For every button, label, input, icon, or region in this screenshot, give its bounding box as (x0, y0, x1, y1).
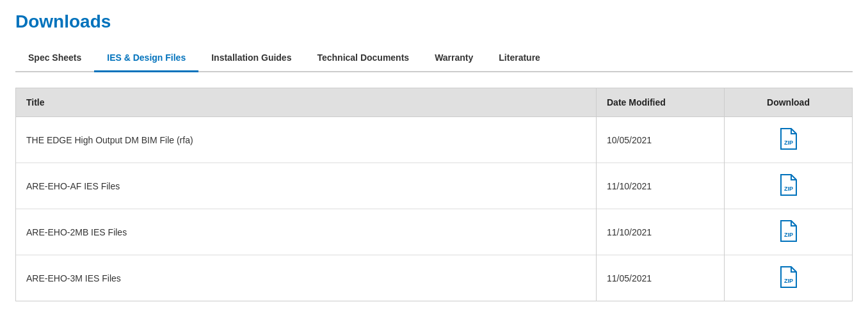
tab-installation-guides[interactable]: Installation Guides (198, 45, 304, 72)
cell-download-2[interactable]: ZIP (725, 209, 853, 255)
table-section: TitleDate ModifiedDownload THE EDGE High… (15, 88, 853, 301)
page-wrapper: Downloads Spec SheetsIES & Design FilesI… (0, 0, 868, 313)
table-row: ARE-EHO-AF IES Files11/10/2021 ZIP (16, 163, 853, 209)
cell-date-0: 10/05/2021 (597, 117, 725, 163)
col-header-date_modified: Date Modified (597, 88, 725, 117)
tab-ies-design-files[interactable]: IES & Design Files (94, 45, 198, 72)
svg-text:ZIP: ZIP (784, 278, 792, 284)
table-row: THE EDGE High Output DM BIM File (rfa)10… (16, 117, 853, 163)
cell-download-0[interactable]: ZIP (725, 117, 853, 163)
cell-download-3[interactable]: ZIP (725, 255, 853, 301)
tab-spec-sheets[interactable]: Spec Sheets (15, 45, 94, 72)
svg-text:ZIP: ZIP (784, 186, 792, 192)
cell-date-1: 11/10/2021 (597, 163, 725, 209)
tab-warranty[interactable]: Warranty (422, 45, 486, 72)
downloads-table: TitleDate ModifiedDownload THE EDGE High… (15, 88, 853, 301)
cell-title-0: THE EDGE High Output DM BIM File (rfa) (16, 117, 597, 163)
zip-download-icon-1[interactable]: ZIP (778, 173, 799, 196)
cell-title-2: ARE-EHO-2MB IES Files (16, 209, 597, 255)
cell-date-3: 11/05/2021 (597, 255, 725, 301)
cell-title-3: ARE-EHO-3M IES Files (16, 255, 597, 301)
table-row: ARE-EHO-2MB IES Files11/10/2021 ZIP (16, 209, 853, 255)
zip-download-icon-0[interactable]: ZIP (778, 127, 799, 150)
page-title: Downloads (15, 12, 853, 32)
tab-technical-documents[interactable]: Technical Documents (304, 45, 422, 72)
zip-download-icon-3[interactable]: ZIP (778, 266, 799, 289)
col-header-title: Title (16, 88, 597, 117)
cell-date-2: 11/10/2021 (597, 209, 725, 255)
cell-title-1: ARE-EHO-AF IES Files (16, 163, 597, 209)
tabs-nav: Spec SheetsIES & Design FilesInstallatio… (15, 45, 853, 72)
zip-download-icon-2[interactable]: ZIP (778, 219, 799, 243)
cell-download-1[interactable]: ZIP (725, 163, 853, 209)
table-row: ARE-EHO-3M IES Files11/05/2021 ZIP (16, 255, 853, 301)
svg-text:ZIP: ZIP (784, 139, 792, 146)
col-header-download: Download (725, 88, 853, 117)
svg-text:ZIP: ZIP (784, 232, 792, 238)
tab-literature[interactable]: Literature (486, 45, 553, 72)
